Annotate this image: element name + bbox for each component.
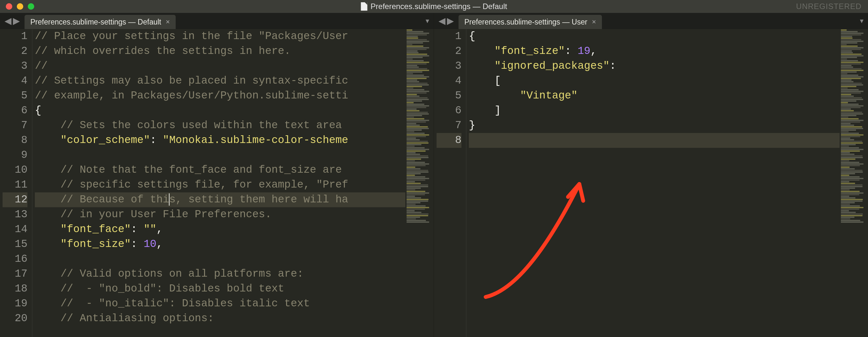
line-number: 4 [3, 73, 27, 88]
line-number: 2 [437, 44, 461, 59]
line-number: 12 [3, 192, 27, 207]
close-icon[interactable]: × [592, 19, 596, 26]
nav-back-icon[interactable]: ◀ [4, 17, 12, 26]
code-line[interactable]: "font_size": 10, [35, 237, 405, 252]
window-title: Preferences.sublime-settings — Default [361, 2, 507, 11]
right-nav-arrows: ◀ ▶ [434, 13, 459, 29]
line-number: 17 [3, 267, 27, 281]
left-tab-title: Preferences.sublime-settings — Default [30, 18, 161, 27]
code-line[interactable]: ] [469, 103, 840, 118]
code-line[interactable]: // Because of this, setting them here wi… [35, 192, 405, 207]
traffic-lights [0, 3, 34, 10]
left-tabbar: ◀ ▶ Preferences.sublime-settings — Defau… [0, 13, 434, 29]
code-line[interactable]: "ignored_packages": [469, 59, 840, 73]
line-number: 8 [3, 133, 27, 148]
left-pane: ◀ ▶ Preferences.sublime-settings — Defau… [0, 13, 434, 337]
line-number: 20 [3, 311, 27, 326]
code-line[interactable]: // in your User File Preferences. [35, 207, 405, 222]
code-line[interactable]: // Place your settings in the file "Pack… [35, 29, 405, 44]
right-minimap[interactable] [840, 29, 868, 337]
line-number: 7 [437, 118, 461, 133]
unregistered-label: UNREGISTERED [796, 2, 868, 11]
split-panes: ◀ ▶ Preferences.sublime-settings — Defau… [0, 13, 868, 337]
code-line[interactable]: // Antialiasing options: [35, 311, 405, 326]
line-number: 1 [3, 29, 27, 44]
left-minimap[interactable] [405, 29, 434, 337]
code-line[interactable]: // Sets the colors used within the text … [35, 118, 405, 133]
line-number: 9 [3, 148, 27, 163]
window-title-text: Preferences.sublime-settings — Default [371, 2, 507, 11]
line-number: 15 [3, 237, 27, 252]
code-line[interactable]: "font_face": "", [35, 222, 405, 237]
code-line[interactable] [35, 252, 405, 267]
code-line[interactable]: // - "no_italic": Disables italic text [35, 296, 405, 311]
code-line[interactable]: "Vintage" [469, 88, 840, 103]
line-number: 8 [437, 133, 461, 148]
code-line[interactable]: } [469, 118, 840, 133]
code-line[interactable]: // specific settings file, for example, … [35, 178, 405, 192]
code-line[interactable]: // example, in Packages/User/Python.subl… [35, 88, 405, 103]
line-number: 6 [3, 103, 27, 118]
line-number: 18 [3, 281, 27, 296]
line-number: 5 [437, 88, 461, 103]
code-line[interactable]: // Note that the font_face and font_size… [35, 163, 405, 178]
right-tab[interactable]: Preferences.sublime-settings — User × [459, 15, 602, 29]
right-tab-title: Preferences.sublime-settings — User [464, 18, 587, 27]
line-number: 14 [3, 222, 27, 237]
code-line[interactable]: // - "no_bold": Disables bold text [35, 281, 405, 296]
line-number: 19 [3, 296, 27, 311]
line-number: 3 [3, 59, 27, 73]
right-editor[interactable]: 12345678 { "font_size": 19, "ignored_pac… [434, 29, 868, 337]
line-number: 2 [3, 44, 27, 59]
chevron-down-icon[interactable]: ▾ [426, 17, 429, 25]
code-line[interactable] [35, 148, 405, 163]
left-nav-arrows: ◀ ▶ [0, 13, 25, 29]
file-icon [361, 2, 368, 11]
line-number: 1 [437, 29, 461, 44]
code-line[interactable]: "font_size": 19, [469, 44, 840, 59]
right-tabbar: ◀ ▶ Preferences.sublime-settings — User … [434, 13, 868, 29]
zoom-window-button[interactable] [28, 3, 34, 10]
right-pane: ◀ ▶ Preferences.sublime-settings — User … [434, 13, 868, 337]
nav-back-icon[interactable]: ◀ [438, 17, 446, 26]
right-gutter: 12345678 [434, 29, 466, 337]
left-code[interactable]: // Place your settings in the file "Pack… [32, 29, 405, 337]
left-tab[interactable]: Preferences.sublime-settings — Default × [25, 15, 176, 29]
nav-forward-icon[interactable]: ▶ [12, 17, 21, 26]
code-line[interactable]: { [35, 103, 405, 118]
minimize-window-button[interactable] [17, 3, 23, 10]
close-icon[interactable]: × [166, 19, 170, 26]
line-number: 7 [3, 118, 27, 133]
line-number: 5 [3, 88, 27, 103]
line-number: 16 [3, 252, 27, 267]
code-line[interactable]: // Settings may also be placed in syntax… [35, 73, 405, 88]
left-gutter: 1234567891011121314151617181920 [0, 29, 32, 337]
line-number: 4 [437, 73, 461, 88]
code-line[interactable]: // Valid options on all platforms are: [35, 267, 405, 281]
code-line[interactable]: "color_scheme": "Monokai.sublime-color-s… [35, 133, 405, 148]
code-line[interactable]: [ [469, 73, 840, 88]
code-line[interactable]: { [469, 29, 840, 44]
code-line[interactable] [469, 133, 840, 148]
line-number: 11 [3, 178, 27, 192]
right-code[interactable]: { "font_size": 19, "ignored_packages": [… [466, 29, 840, 337]
line-number: 10 [3, 163, 27, 178]
window-titlebar: Preferences.sublime-settings — Default U… [0, 0, 868, 13]
chevron-down-icon[interactable]: ▾ [860, 17, 864, 25]
left-editor[interactable]: 1234567891011121314151617181920 // Place… [0, 29, 434, 337]
line-number: 3 [437, 59, 461, 73]
line-number: 13 [3, 207, 27, 222]
close-window-button[interactable] [6, 3, 12, 10]
line-number: 6 [437, 103, 461, 118]
code-line[interactable]: // which overrides the settings in here. [35, 44, 405, 59]
code-line[interactable]: // [35, 59, 405, 73]
nav-forward-icon[interactable]: ▶ [446, 17, 455, 26]
